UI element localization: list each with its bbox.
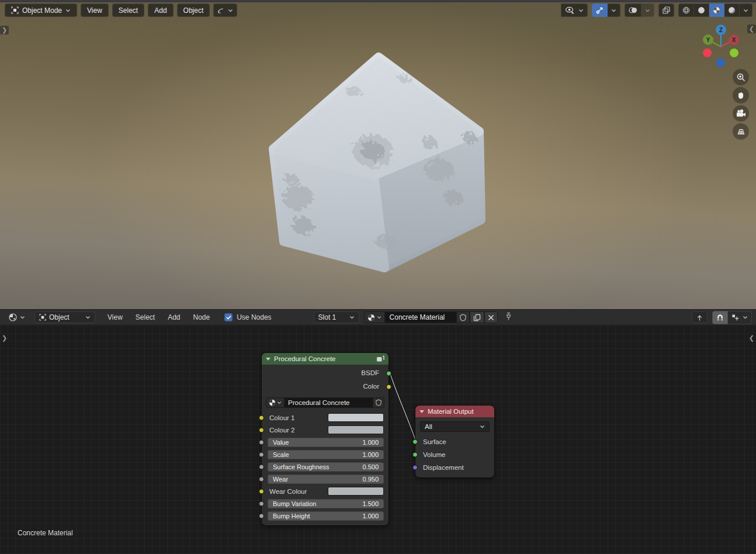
gizmo-axis-x[interactable]: X (729, 34, 739, 45)
pin-toggle[interactable] (505, 312, 512, 323)
transform-orientation-dropdown[interactable] (213, 4, 237, 17)
sidebar-expand-arrow[interactable]: ❮ (747, 25, 756, 33)
shading-wireframe-button[interactable] (678, 4, 694, 17)
menu-add[interactable]: Add (161, 313, 186, 321)
menu-view[interactable]: View (81, 4, 109, 17)
output-target-dropdown[interactable]: All (420, 421, 490, 432)
socket-bump-variation[interactable] (259, 501, 264, 506)
node-header[interactable]: Procedural Concrete (262, 353, 389, 365)
material-ball-icon (269, 399, 276, 406)
shader-editor-icon (9, 313, 17, 321)
socket-wear-colour[interactable] (259, 489, 264, 494)
socket-surface-roughness[interactable] (259, 464, 264, 469)
unlink-material-button[interactable] (484, 311, 498, 323)
socket-surface[interactable] (412, 439, 418, 445)
use-nodes-checkbox[interactable]: Use Nodes (224, 313, 271, 321)
node-procedural-concrete[interactable]: Procedural Concrete BSDF Color (262, 353, 389, 525)
socket-displacement[interactable] (412, 465, 418, 470)
perspective-grid-icon (737, 127, 745, 136)
menu-add[interactable]: Add (148, 4, 173, 17)
fake-user-button[interactable] (456, 311, 470, 323)
viewport-3d[interactable]: Object Mode View Select Add Object (0, 0, 756, 309)
blender-window: Object Mode View Select Add Object (0, 0, 756, 554)
snap-target-dropdown[interactable] (728, 311, 752, 324)
socket-scale[interactable] (259, 452, 264, 457)
toolbar-expand-arrow[interactable]: ❯ (0, 26, 9, 34)
socket-colour-2[interactable] (259, 427, 264, 432)
editor-type-dropdown[interactable] (4, 311, 30, 323)
go-to-parent-node-tree-button[interactable] (692, 311, 708, 323)
node-group-name-field[interactable]: Procedural Concrete (285, 397, 373, 408)
show-gizmo-toggle[interactable] (592, 4, 608, 17)
value-slider[interactable]: Value 1.000 (268, 438, 384, 447)
navigation-gizmo[interactable]: Z Y X (699, 23, 743, 68)
object-visibility-dropdown[interactable] (561, 4, 588, 17)
overlays-dropdown[interactable] (641, 4, 654, 17)
gizmo-icon (596, 6, 604, 14)
node-title: Procedural Concrete (274, 355, 373, 362)
show-overlays-toggle[interactable] (625, 4, 641, 17)
input-row-bump-height: Bump Height 1.000 (262, 510, 389, 522)
socket-volume[interactable] (412, 452, 418, 458)
menu-node[interactable]: Node (187, 313, 217, 321)
gizmo-dropdown[interactable] (608, 4, 620, 17)
material-name-field[interactable]: Concrete Material (385, 311, 456, 323)
surface-roughness-slider[interactable]: Surface Roughness 0.500 (268, 462, 384, 472)
node-header[interactable]: Material Output (415, 406, 494, 417)
camera-view-button[interactable] (733, 105, 749, 122)
gizmo-axis-x-neg[interactable] (703, 49, 712, 57)
node-group-fake-user-button[interactable] (373, 397, 384, 408)
collapse-triangle-icon[interactable] (266, 358, 271, 361)
scale-slider[interactable]: Scale 1.000 (268, 450, 384, 459)
wear-colour-swatch[interactable] (328, 487, 384, 496)
arrow-up-icon (696, 314, 703, 321)
node-material-output[interactable]: Material Output All Surface Volume Disp (415, 406, 494, 477)
bump-height-slider[interactable]: Bump Height 1.000 (268, 511, 384, 521)
shading-material-button[interactable] (709, 4, 724, 17)
concrete-cube-object[interactable] (264, 50, 487, 275)
slider-value: 1.500 (362, 500, 379, 507)
menu-object[interactable]: Object (177, 4, 210, 17)
pan-button[interactable] (733, 87, 749, 103)
zoom-button[interactable] (733, 69, 749, 85)
collapse-triangle-icon[interactable] (419, 410, 424, 413)
chevron-down-icon (85, 316, 91, 319)
shading-dropdown[interactable] (740, 4, 752, 17)
menu-view[interactable]: View (101, 313, 129, 321)
browse-material-button[interactable] (364, 311, 385, 323)
socket-color-output[interactable] (386, 384, 391, 389)
shader-type-dropdown[interactable]: Object (34, 311, 95, 323)
socket-colour-1[interactable] (259, 415, 264, 420)
menu-select[interactable]: Select (129, 313, 161, 321)
chevron-down-icon (743, 9, 748, 12)
ortho-toggle-button[interactable] (733, 123, 749, 140)
gizmo-axis-z-neg[interactable] (716, 58, 725, 67)
socket-value[interactable] (259, 439, 264, 445)
slot-label: Slot 1 (318, 313, 346, 321)
gizmo-axis-z[interactable]: Z (716, 25, 726, 35)
mode-dropdown[interactable]: Object Mode (5, 4, 77, 17)
menu-select[interactable]: Select (112, 4, 144, 17)
xray-toggle[interactable] (658, 4, 674, 17)
eye-pointer-icon (565, 6, 575, 14)
node-toolbar-expand-arrow[interactable]: ❯ (0, 334, 9, 342)
new-material-button[interactable] (470, 311, 484, 323)
socket-wear[interactable] (259, 476, 264, 482)
bump-variation-slider[interactable]: Bump Variation 1.500 (268, 499, 384, 508)
shading-solid-button[interactable] (694, 4, 709, 17)
browse-node-group-button[interactable] (266, 397, 285, 408)
output-target-label: All (425, 423, 480, 430)
node-sidebar-expand-arrow[interactable]: ❮ (747, 334, 756, 342)
snap-toggle[interactable] (712, 311, 728, 324)
colour-2-swatch[interactable] (328, 425, 384, 434)
shading-rendered-button[interactable] (724, 4, 740, 17)
socket-bsdf-output[interactable] (386, 371, 391, 376)
colour-1-swatch[interactable] (328, 413, 384, 422)
node-editor-canvas[interactable]: ❯ ❮ Procedural Concrete BSDF (0, 326, 756, 554)
gizmo-axis-y-neg[interactable] (730, 49, 738, 57)
material-slot-dropdown[interactable]: Slot 1 (314, 311, 359, 323)
socket-bump-height[interactable] (259, 513, 264, 518)
wear-slider[interactable]: Wear 0.950 (268, 475, 384, 484)
input-row-volume: Volume (415, 448, 494, 461)
gizmo-axis-y[interactable]: Y (703, 34, 713, 45)
